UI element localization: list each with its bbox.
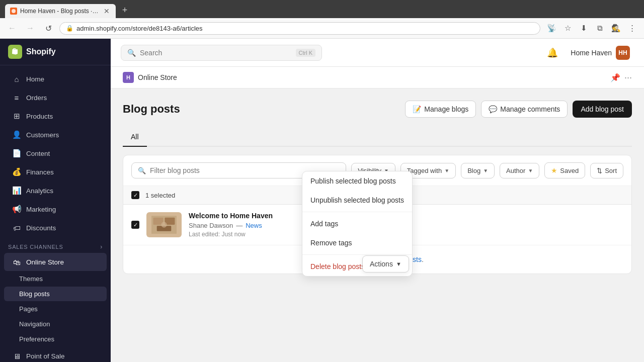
sidebar-item-analytics-label: Analytics — [26, 187, 53, 195]
finances-icon: 💰 — [12, 167, 21, 176]
search-bar[interactable]: 🔍 Ctrl K — [121, 45, 322, 61]
sales-channels-label: Sales channels — [8, 244, 63, 250]
products-icon: ⊞ — [12, 112, 21, 121]
back-btn[interactable]: ← — [5, 21, 19, 35]
top-bar-right: 🔔 Home Haven HH — [544, 44, 634, 62]
sidebar-nav: ⌂ Home ≡ Orders ⊞ Products 👤 Customers 📄… — [0, 65, 111, 362]
sidebar-item-navigation[interactable]: Navigation — [4, 317, 107, 331]
shopify-logo[interactable]: Shopify — [8, 45, 56, 59]
content-icon: 📄 — [12, 149, 21, 158]
home-icon: ⌂ — [12, 74, 21, 83]
post-author: Shane Dawson — [189, 222, 233, 229]
sidebar-header: Shopify — [0, 39, 111, 65]
publish-selected-item[interactable]: Publish selected blog posts — [302, 171, 412, 191]
sidebar-item-analytics[interactable]: 📊 Analytics — [4, 182, 107, 200]
post-blog-tag[interactable]: News — [246, 222, 262, 229]
extensions-btn[interactable]: ⧉ — [593, 21, 607, 35]
page-title-row: Blog posts 📝 Manage blogs 💬 Manage comme… — [123, 101, 632, 118]
active-tab[interactable]: Home Haven - Blog posts · Sho... ✕ — [5, 4, 116, 18]
select-all-checkbox[interactable]: ✓ — [131, 191, 139, 199]
sidebar-item-home[interactable]: ⌂ Home — [4, 70, 107, 88]
sidebar-item-finances[interactable]: 💰 Finances — [4, 163, 107, 181]
tabs: All — [123, 128, 632, 147]
sales-channels-arrow[interactable]: › — [100, 243, 103, 250]
pos-icon: 🖥 — [12, 351, 21, 360]
author-label: Author — [506, 167, 525, 174]
sidebar-item-pages[interactable]: Pages — [4, 302, 107, 316]
sidebar-item-orders-label: Orders — [26, 94, 47, 102]
sidebar-item-discounts[interactable]: 🏷 Discounts — [4, 219, 107, 237]
sidebar-item-navigation-label: Navigation — [19, 320, 50, 328]
download-btn[interactable]: ⬇ — [577, 21, 591, 35]
manage-comments-icon: 💬 — [489, 105, 497, 113]
manage-comments-btn[interactable]: 💬 Manage comments — [481, 101, 568, 118]
sidebar-item-products[interactable]: ⊞ Products — [4, 107, 107, 125]
cast-btn[interactable]: 📡 — [544, 21, 558, 35]
saved-btn[interactable]: ★ Saved — [544, 162, 585, 178]
user-btn[interactable]: Home Haven HH — [567, 44, 634, 62]
sort-btn[interactable]: ⇅ Sort — [590, 163, 623, 178]
sidebar-item-finances-label: Finances — [26, 168, 54, 176]
sidebar-item-marketing[interactable]: 📢 Marketing — [4, 200, 107, 218]
sidebar-item-content[interactable]: 📄 Content — [4, 144, 107, 162]
incognito-btn[interactable]: 🕵 — [609, 21, 623, 35]
search-input[interactable] — [140, 49, 292, 57]
forward-btn[interactable]: → — [23, 21, 37, 35]
sidebar-item-pages-label: Pages — [19, 305, 38, 313]
sidebar-item-blog-posts[interactable]: Blog posts — [4, 287, 107, 301]
sidebar-item-products-label: Products — [26, 113, 53, 120]
blog-label: Blog — [467, 167, 480, 174]
tab-close-btn[interactable]: ✕ — [103, 7, 111, 15]
sidebar-item-orders[interactable]: ≡ Orders — [4, 88, 107, 107]
add-blog-post-btn[interactable]: Add blog post — [573, 101, 632, 118]
more-options-icon[interactable]: ··· — [624, 72, 632, 83]
sidebar-item-online-store[interactable]: 🛍 Online Store — [4, 253, 107, 271]
sidebar-item-themes[interactable]: Themes — [4, 272, 107, 286]
selected-count-text: 1 selected — [145, 192, 175, 199]
sidebar-item-home-label: Home — [26, 75, 44, 83]
browser-chrome: Home Haven - Blog posts · Sho... ✕ + ← →… — [0, 0, 644, 39]
sidebar-item-blog-posts-label: Blog posts — [19, 290, 50, 298]
shopify-logo-text: Shopify — [26, 47, 56, 56]
post-checkbox[interactable]: ✓ — [131, 221, 139, 229]
new-tab-btn[interactable]: + — [118, 4, 132, 18]
reload-btn[interactable]: ↺ — [41, 21, 55, 35]
add-tags-item[interactable]: Add tags — [302, 214, 412, 233]
shopify-icon — [8, 45, 22, 59]
sidebar-item-point-of-sale[interactable]: 🖥 Point of Sale — [4, 347, 107, 362]
pin-icon[interactable]: 📌 — [610, 73, 620, 82]
lock-icon: 🔒 — [66, 25, 73, 32]
discounts-icon: 🏷 — [12, 223, 21, 232]
manage-blogs-btn[interactable]: 📝 Manage blogs — [405, 101, 476, 118]
remove-tags-item[interactable]: Remove tags — [302, 233, 412, 252]
author-chevron-icon: ▼ — [528, 168, 533, 173]
sidebar-item-customers[interactable]: 👤 Customers — [4, 126, 107, 144]
sidebar-item-preferences[interactable]: Preferences — [4, 332, 107, 346]
sales-channels-section: Sales channels › — [0, 237, 111, 252]
actions-btn[interactable]: Actions ▼ — [362, 255, 409, 273]
marketing-icon: 📢 — [12, 205, 21, 214]
bookmark-btn[interactable]: ☆ — [560, 21, 575, 35]
filter-search-icon: 🔍 — [138, 167, 146, 174]
analytics-icon: 📊 — [12, 186, 21, 195]
tab-all[interactable]: All — [123, 128, 147, 147]
notification-btn[interactable]: 🔔 — [544, 45, 560, 61]
post-dash: — — [236, 222, 243, 229]
sidebar-item-customers-label: Customers — [26, 131, 59, 139]
unpublish-selected-item[interactable]: Unpublish selected blog posts — [302, 191, 412, 210]
sort-label: Sort — [605, 167, 617, 174]
menu-btn[interactable]: ⋮ — [625, 21, 639, 35]
svg-point-5 — [161, 222, 167, 227]
address-bar[interactable]: 🔒 admin.shopify.com/store/de8143-a6/arti… — [59, 22, 540, 35]
manage-blogs-icon: 📝 — [413, 105, 421, 113]
author-filter-btn[interactable]: Author ▼ — [500, 163, 539, 178]
svg-point-0 — [12, 9, 16, 13]
user-avatar: HH — [616, 46, 630, 60]
orders-icon: ≡ — [12, 93, 21, 102]
sidebar-item-online-store-label: Online Store — [26, 258, 64, 266]
actions-btn-label: Actions — [370, 260, 393, 268]
address-text: admin.shopify.com/store/de8143-a6/articl… — [76, 25, 534, 32]
add-blog-post-label: Add blog post — [581, 105, 624, 113]
dropdown-divider-2 — [302, 254, 412, 255]
blog-filter-btn[interactable]: Blog ▼ — [461, 163, 495, 178]
